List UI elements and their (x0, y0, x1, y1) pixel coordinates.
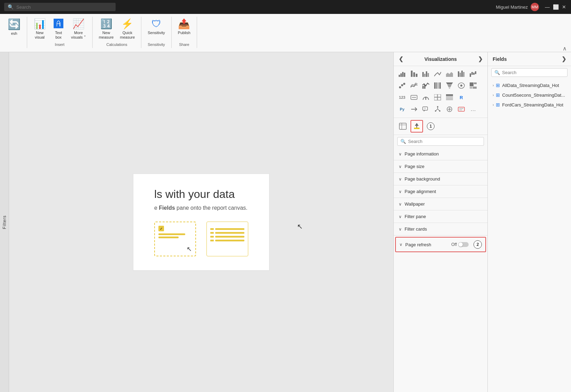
viz-icon-qna[interactable]: ? (420, 104, 431, 115)
field-table-icon-2: ⊞ (496, 92, 500, 98)
viz-icon-python[interactable]: Py (397, 104, 408, 115)
ribbon-group-calculations: 🔢 Newmeasure ⚡ Quickmeasure Calculations (93, 17, 142, 48)
ribbon-item-refresh[interactable]: 🔄 esh (6, 17, 23, 37)
svg-rect-0 (399, 75, 400, 77)
viz-icon-funnel[interactable] (444, 80, 455, 91)
svg-rect-23 (422, 86, 424, 89)
svg-rect-19 (475, 71, 476, 74)
viz-icon-map[interactable] (456, 80, 467, 91)
ribbon-item-text-box[interactable]: 🅰 Textbox (50, 17, 67, 41)
section-page-size[interactable]: ∨ Page size (394, 160, 487, 173)
visualizations-title: Visualizations (424, 56, 457, 62)
viz-icon-combo[interactable] (420, 80, 431, 91)
ribbon-item-quick-measure[interactable]: ⚡ Quickmeasure (118, 17, 137, 41)
viz-icon-clustered-bar[interactable] (420, 68, 431, 79)
viz-icon-table-icon[interactable] (444, 92, 455, 103)
viz-icon-decomp[interactable] (432, 104, 443, 115)
ribbon-item-more-visuals[interactable]: 📈 Morevisuals ˅ (69, 17, 88, 41)
svg-rect-68 (414, 128, 420, 129)
ribbon-label-quick-measure: Quickmeasure (120, 31, 135, 40)
section-page-information[interactable]: ∨ Page information (394, 148, 487, 160)
ribbon-collapse-button[interactable]: ∧ (563, 45, 567, 52)
section-page-background[interactable]: ∨ Page background (394, 173, 487, 185)
title-search-box[interactable]: 🔍 (4, 3, 116, 11)
viz-search-box[interactable]: 🔍 (397, 137, 484, 146)
section-filter-cards[interactable]: ∨ Filter cards (394, 223, 487, 235)
format-sections: ∨ Page information ∨ Page size ∨ Page ba… (394, 148, 487, 392)
page-refresh-toggle[interactable]: Off (451, 242, 469, 247)
field-item-3[interactable]: › ⊞ FordCars_StreamingData_Hot (488, 100, 571, 110)
section-page-refresh[interactable]: ∨ Page refresh Off 2 (395, 237, 486, 252)
viz-icon-r-visual[interactable]: R (456, 92, 467, 103)
toggle-track[interactable] (458, 242, 469, 247)
svg-rect-17 (471, 72, 473, 75)
svg-rect-26 (436, 82, 437, 89)
svg-rect-5 (413, 72, 415, 77)
window-controls[interactable]: — ⬜ ✕ (545, 4, 567, 10)
viz-icon-gauge[interactable] (420, 92, 431, 103)
viz-icon-card[interactable] (408, 92, 420, 103)
viz-icon-key-influences[interactable] (444, 104, 455, 115)
ribbon-label-new-measure: Newmeasure (99, 31, 114, 40)
viz-icons-container: 123 R Py ? … (394, 66, 487, 118)
section-filter-pane[interactable]: ∨ Filter pane (394, 210, 487, 223)
ribbon-item-publish[interactable]: 📤 Publish (176, 17, 193, 37)
fields-search-box[interactable]: 🔍 (491, 68, 568, 77)
svg-rect-43 (434, 97, 437, 100)
viz-icon-kpi[interactable]: 123 (397, 92, 408, 103)
minimize-button[interactable]: — (545, 4, 550, 10)
viz-icon-stacked-bar[interactable] (397, 68, 408, 79)
section-wallpaper[interactable]: ∨ Wallpaper (394, 198, 487, 210)
viz-search-input[interactable] (408, 139, 481, 144)
field-item-2[interactable]: › ⊞ Count5secons_StreamingDat... (488, 90, 571, 100)
viz-panel-right-arrow[interactable]: ❯ (478, 56, 483, 62)
viz-panel-left-arrow[interactable]: ❮ (399, 56, 403, 62)
publish-icon: 📤 (178, 18, 190, 30)
ribbon-item-new-measure[interactable]: 🔢 Newmeasure (97, 17, 116, 41)
viz-icon-scatter[interactable] (397, 80, 408, 91)
svg-rect-13 (460, 73, 461, 77)
chevron-page-size: ∨ (399, 164, 402, 169)
viz-icon-matrix[interactable] (432, 92, 443, 103)
svg-point-33 (460, 85, 462, 87)
field-label-3: FordCars_StreamingData_Hot (502, 102, 563, 107)
viz-icon-line-chart[interactable] (432, 68, 443, 79)
ribbon-item-new-visual[interactable]: 📊 Newvisual (31, 17, 48, 41)
viz-icon-treemap[interactable] (468, 80, 479, 91)
title-bar-right: Miguel Martinez MM — ⬜ ✕ (496, 3, 567, 11)
svg-rect-27 (438, 82, 439, 89)
title-search-input[interactable] (16, 5, 112, 10)
title-bar: 🔍 Miguel Martinez MM — ⬜ ✕ (0, 0, 571, 14)
tab-format-visual[interactable] (410, 120, 423, 133)
viz-icon-more[interactable]: … (468, 104, 479, 115)
field-table-icon-3: ⊞ (496, 102, 500, 107)
viz-icon-100-stacked[interactable] (432, 80, 443, 91)
field-label-2: Count5secons_StreamingDat... (502, 93, 565, 98)
viz-icon-arrow[interactable] (408, 104, 420, 115)
viz-icon-waterfall[interactable] (468, 68, 479, 79)
tab-analytics[interactable]: 1 (424, 120, 437, 133)
canvas-area: Filters ls with your data e Fields pane … (0, 52, 393, 392)
viz-icon-ribbon-chart[interactable] (456, 68, 467, 79)
visualizations-panel: ❮ Visualizations ❯ (393, 52, 487, 392)
chevron-filter-cards: ∨ (399, 227, 402, 232)
viz-icon-line-stacked[interactable] (408, 80, 420, 91)
filters-tab[interactable]: Filters (0, 52, 9, 392)
section-page-alignment[interactable]: ∨ Page alignment (394, 185, 487, 198)
close-button[interactable]: ✕ (561, 4, 567, 10)
field-chevron-3: › (493, 103, 494, 107)
viz-icon-smart-narrative[interactable] (456, 104, 467, 115)
tab-build-visual[interactable] (397, 120, 409, 133)
viz-icon-bar-chart[interactable] (408, 68, 420, 79)
restore-button[interactable]: ⬜ (553, 4, 558, 10)
viz-icon-area-chart[interactable] (444, 68, 455, 79)
chevron-wallpaper: ∨ (399, 202, 402, 207)
fields-panel-right-arrow[interactable]: ❯ (562, 56, 566, 62)
field-item-1[interactable]: › ⊞ AllData_StreamingData_Hot (488, 80, 571, 90)
ribbon-group-label-insert: Insert (55, 42, 65, 48)
chevron-page-alignment: ∨ (399, 189, 402, 194)
svg-rect-36 (470, 87, 472, 89)
ribbon-item-sensitivity[interactable]: 🛡 Sensitivity (146, 17, 167, 37)
fields-search-input[interactable] (502, 70, 564, 75)
canvas-illustrations: ✓ ↖ (154, 222, 248, 256)
